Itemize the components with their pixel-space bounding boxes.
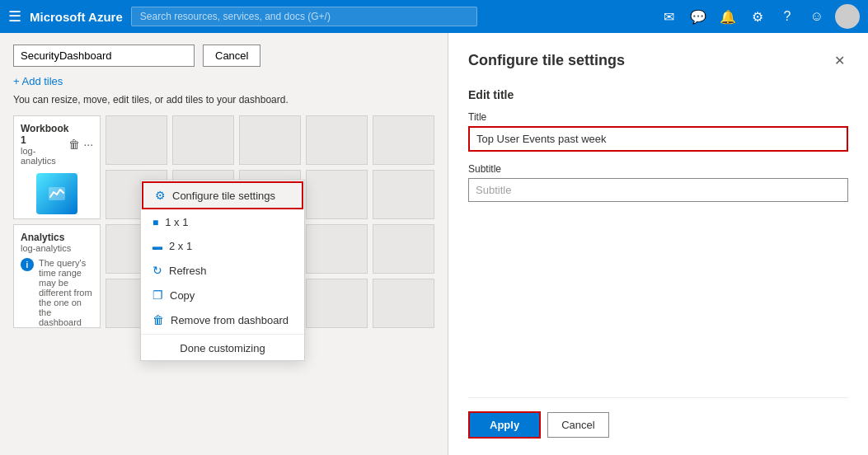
context-menu-item-done[interactable]: Done customizing xyxy=(141,336,304,360)
tile-workbook-header: Workbook 1 log-analytics 🗑 ··· xyxy=(21,123,93,166)
main-container: Cancel + Add tiles You can resize, move,… xyxy=(0,33,868,455)
info-icon: i xyxy=(21,258,34,271)
gear-icon: ⚙ xyxy=(155,189,166,202)
feedback-icon[interactable]: ☺ xyxy=(805,5,828,28)
context-menu-1x1-label: 1 x 1 xyxy=(165,216,188,228)
config-section-title: Edit title xyxy=(468,88,848,101)
context-menu-item-copy[interactable]: ❐ Copy xyxy=(141,283,304,307)
tile-analytics-subtitle: log-analytics xyxy=(21,243,71,253)
help-icon[interactable]: ? xyxy=(776,5,799,28)
title-field-input[interactable] xyxy=(468,126,848,152)
topbar-icons: ✉ 💬 🔔 ⚙ ? ☺ xyxy=(657,4,860,29)
copy-icon: ❐ xyxy=(152,288,163,302)
context-menu-item-1x1[interactable]: ■ 1 x 1 xyxy=(141,210,304,234)
tile-workbook-actions[interactable]: 🗑 ··· xyxy=(68,138,93,151)
tile-analytics-header: Analytics log-analytics xyxy=(21,232,93,253)
settings-icon[interactable]: ⚙ xyxy=(746,5,769,28)
topbar: ☰ Microsoft Azure ✉ 💬 🔔 ⚙ ? ☺ xyxy=(0,0,868,33)
trash-icon[interactable]: 🗑 xyxy=(68,138,80,151)
grid-cell xyxy=(239,115,301,165)
size-1x1-icon: ■ xyxy=(152,217,158,228)
cancel-config-button[interactable]: Cancel xyxy=(547,412,608,438)
more-icon[interactable]: ··· xyxy=(83,138,93,151)
title-field-label: Title xyxy=(468,111,848,123)
tile-workbook-subtitle: log-analytics xyxy=(21,146,68,166)
context-menu-item-configure[interactable]: ⚙ Configure tile settings xyxy=(142,181,303,209)
grid-cell xyxy=(373,170,434,219)
menu-icon[interactable]: ☰ xyxy=(8,7,21,26)
dashboard-cancel-button[interactable]: Cancel xyxy=(203,45,260,67)
grid-cell xyxy=(306,115,368,165)
dashboard-header: Cancel xyxy=(13,45,434,67)
grid-cell xyxy=(373,224,434,274)
tile-workbook[interactable]: Workbook 1 log-analytics 🗑 ··· xyxy=(13,115,101,219)
context-menu-item-remove[interactable]: 🗑 Remove from dashboard xyxy=(141,307,304,332)
close-button[interactable]: ✕ xyxy=(831,49,848,72)
size-2x1-icon: ▬ xyxy=(152,241,162,252)
dashboard-name-input[interactable] xyxy=(13,45,195,67)
config-footer: Apply Cancel xyxy=(468,397,848,439)
context-menu-copy-label: Copy xyxy=(170,289,195,302)
grid-cell xyxy=(172,115,234,165)
analytics-info: i The query's time range may be differen… xyxy=(21,258,93,327)
brand-logo: Microsoft Azure xyxy=(30,10,123,24)
assistant-icon[interactable]: 💬 xyxy=(687,5,710,28)
email-icon[interactable]: ✉ xyxy=(657,5,680,28)
grid-cell xyxy=(373,279,434,328)
workbook-icon xyxy=(36,173,77,214)
context-menu-done-label: Done customizing xyxy=(180,342,265,354)
tile-analytics-title: Analytics xyxy=(21,232,71,243)
config-panel-title: Configure tile settings xyxy=(468,52,625,69)
search-input[interactable] xyxy=(131,7,477,26)
dashboard-panel: Cancel + Add tiles You can resize, move,… xyxy=(0,33,448,455)
config-header: Configure tile settings ✕ xyxy=(468,49,848,72)
grid-cell xyxy=(373,115,434,165)
add-tiles-button[interactable]: + Add tiles xyxy=(13,75,63,87)
tile-workbook-title: Workbook 1 xyxy=(21,123,68,146)
dashboard-hint: You can resize, move, edit tiles, or add… xyxy=(13,94,434,106)
grid-cell xyxy=(306,224,368,274)
context-menu-refresh-label: Refresh xyxy=(169,265,207,277)
grid-cell xyxy=(306,170,368,219)
trash-icon: 🗑 xyxy=(152,313,164,326)
tile-analytics[interactable]: Analytics log-analytics i The query's ti… xyxy=(13,224,101,328)
user-avatar[interactable] xyxy=(835,4,860,29)
bell-icon[interactable]: 🔔 xyxy=(716,5,739,28)
context-menu: ⚙ Configure tile settings ■ 1 x 1 ▬ 2 x … xyxy=(140,180,305,361)
grid-cell xyxy=(306,279,368,328)
refresh-icon: ↻ xyxy=(152,264,162,277)
workbook-icon-area xyxy=(21,169,93,218)
context-menu-2x1-label: 2 x 1 xyxy=(169,240,192,252)
subtitle-field-label: Subtitle xyxy=(468,163,848,175)
menu-divider xyxy=(141,334,304,335)
context-menu-configure-label: Configure tile settings xyxy=(172,190,275,202)
context-menu-remove-label: Remove from dashboard xyxy=(171,314,289,326)
context-menu-item-refresh[interactable]: ↻ Refresh xyxy=(141,258,304,283)
context-menu-item-2x1[interactable]: ▬ 2 x 1 xyxy=(141,234,304,258)
config-panel: Configure tile settings ✕ Edit title Tit… xyxy=(448,33,868,455)
analytics-info-text: The query's time range may be different … xyxy=(39,258,93,327)
apply-button[interactable]: Apply xyxy=(468,411,541,439)
workbook-svg xyxy=(45,182,68,205)
grid-cell xyxy=(106,115,167,165)
subtitle-field-input[interactable] xyxy=(468,178,848,202)
